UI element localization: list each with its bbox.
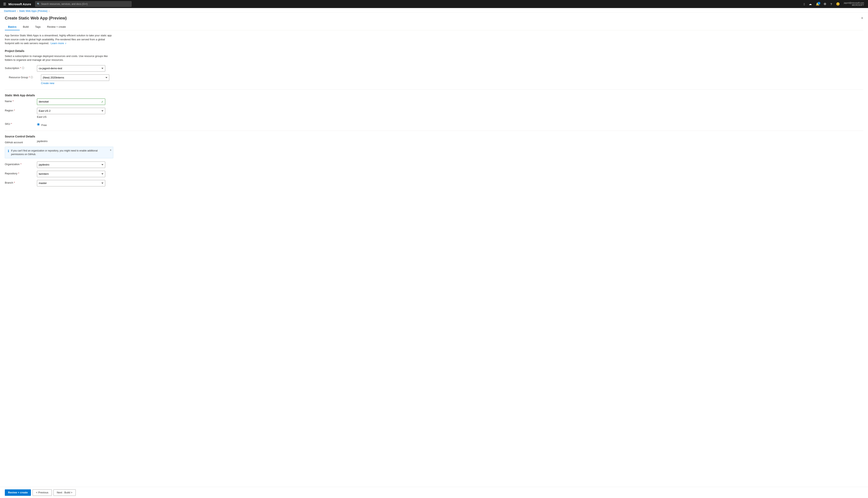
info-banner-close-button[interactable]: ×	[110, 148, 112, 152]
description: App Service Static Web Apps is a streaml…	[5, 34, 113, 45]
github-account-control: jaydestro	[37, 140, 117, 143]
region-label: Region *	[5, 108, 37, 112]
brand-name: Microsoft Azure	[9, 2, 31, 6]
info-banner-text: If you can't find an organization or rep…	[11, 149, 110, 156]
resource-group-select[interactable]: (New) 2020interns	[41, 75, 109, 81]
repo-required: *	[18, 172, 19, 175]
organization-label: Organization *	[5, 161, 37, 166]
tab-basics[interactable]: Basics	[5, 24, 20, 30]
breadcrumb-sep-1: ›	[17, 10, 18, 12]
page-title: Create Static Web App (Preview)	[5, 16, 67, 21]
breadcrumb-static-web-apps[interactable]: Static Web Apps (Preview)	[19, 10, 48, 12]
sku-required: *	[11, 122, 12, 126]
topnav-icons:  ☁ 🔔 1 ⚙ ? 😊 jagord@microsoft.com MICRO…	[802, 1, 866, 6]
sku-free-label: Free	[41, 122, 47, 127]
repository-control: twrintern	[37, 171, 117, 177]
resource-group-label: Resource Group * ⓘ	[9, 75, 41, 79]
organization-select[interactable]: jaydestro	[37, 161, 105, 168]
name-input-wrap: ✓	[37, 99, 105, 105]
search-bar[interactable]: 🔍 Search resources, services, and docs (…	[35, 1, 131, 7]
sku-row: SKU * Free	[5, 121, 117, 127]
resource-group-row: Resource Group * ⓘ (New) 2020interns Cre…	[9, 75, 117, 85]
static-web-app-details-title: Static Web App details	[5, 94, 863, 97]
user-info[interactable]: jagord@microsoft.com MICROSOFT	[842, 2, 866, 6]
subscription-label: Subscription * ⓘ	[5, 65, 37, 70]
branch-label: Branch *	[5, 180, 37, 184]
source-control-title: Source Control Details	[5, 135, 863, 138]
bottom-bar: Review + create < Previous Next : Build …	[0, 487, 868, 498]
repository-select[interactable]: twrintern	[37, 171, 105, 177]
cloud-upload-icon[interactable]: ☁	[807, 1, 813, 6]
repository-label: Repository *	[5, 171, 37, 175]
breadcrumb-dashboard[interactable]: Dashboard	[4, 10, 16, 12]
branch-required: *	[14, 181, 15, 184]
rg-control: (New) 2020interns Create new	[41, 75, 117, 85]
region-required: *	[14, 109, 15, 112]
info-banner: ℹ If you can't find an organization or r…	[5, 147, 113, 158]
page-title-row: Create Static Web App (Preview) ×	[5, 16, 863, 21]
subscription-required: *	[20, 67, 21, 70]
github-account-value: jaydestro	[37, 139, 48, 143]
tab-tags[interactable]: Tags	[32, 24, 44, 30]
external-link-icon: ↗	[65, 42, 66, 44]
terminal-icon[interactable]: 	[802, 2, 806, 6]
name-required: *	[13, 100, 14, 103]
sku-radio-row: Free	[37, 121, 117, 127]
name-control: ✓	[37, 99, 117, 105]
branch-row: Branch * master develop	[5, 180, 117, 186]
account-icon[interactable]: 😊	[834, 1, 842, 6]
user-email: jagord@microsoft.com	[844, 2, 864, 4]
search-placeholder: Search resources, services, and docs (G+…	[41, 3, 88, 5]
github-account-label: GitHub account	[5, 140, 37, 144]
settings-icon[interactable]: ⚙	[822, 1, 828, 6]
region-row: Region * East US 2 East US West US 2 Cen…	[5, 108, 117, 118]
region-note: East US	[37, 115, 117, 118]
search-icon: 🔍	[37, 3, 40, 5]
close-button[interactable]: ×	[861, 16, 863, 20]
sku-label: SKU *	[5, 121, 37, 126]
subscription-select[interactable]: ca-jagord-demo-test	[37, 65, 105, 71]
org-required: *	[21, 163, 22, 166]
tab-review-create[interactable]: Review + create	[44, 24, 69, 30]
name-row: Name * ✓	[5, 99, 117, 105]
project-details-title: Project Details	[5, 49, 863, 53]
breadcrumb-sep-2: ›	[49, 10, 50, 12]
organization-row: Organization * jaydestro	[5, 161, 117, 168]
topnav: ☰ Microsoft Azure 🔍 Search resources, se…	[0, 0, 868, 8]
notification-badge: 1	[818, 2, 820, 4]
user-org: MICROSOFT	[844, 4, 864, 6]
region-control: East US 2 East US West US 2 Central US W…	[37, 108, 117, 118]
subscription-control: ca-jagord-demo-test	[37, 65, 117, 71]
rg-info-icon[interactable]: ⓘ	[30, 76, 33, 79]
notification-icon[interactable]: 🔔 1	[814, 1, 821, 6]
branch-select[interactable]: master develop	[37, 180, 105, 186]
resource-group-section: Resource Group * ⓘ (New) 2020interns Cre…	[5, 75, 117, 86]
region-select[interactable]: East US 2 East US West US 2 Central US W…	[37, 108, 105, 114]
next-build-button[interactable]: Next : Build >	[53, 489, 76, 496]
previous-button[interactable]: < Previous	[33, 489, 52, 496]
sku-control: Free	[37, 121, 117, 127]
breadcrumb: Dashboard › Static Web Apps (Preview) ›	[0, 8, 868, 13]
review-create-button[interactable]: Review + create	[5, 489, 31, 496]
subscription-row: Subscription * ⓘ ca-jagord-demo-test	[5, 65, 117, 71]
branch-control: master develop	[37, 180, 117, 186]
name-valid-icon: ✓	[101, 100, 104, 103]
repository-row: Repository * twrintern	[5, 171, 117, 177]
subscription-info-icon[interactable]: ⓘ	[22, 66, 24, 70]
organization-control: jaydestro	[37, 161, 117, 168]
rg-required: *	[29, 76, 30, 79]
github-account-row: GitHub account jaydestro	[5, 140, 117, 144]
create-new-rg-link[interactable]: Create new	[41, 82, 54, 85]
name-input[interactable]	[37, 99, 105, 105]
help-icon[interactable]: ?	[829, 2, 833, 6]
tabs: Basics Build Tags Review + create	[5, 24, 863, 30]
learn-more-link[interactable]: Learn more	[51, 42, 64, 45]
sku-free-radio[interactable]	[37, 123, 40, 126]
info-banner-icon: ℹ	[8, 149, 9, 153]
hamburger-icon[interactable]: ☰	[2, 1, 7, 7]
project-details-desc: Select a subscription to manage deployed…	[5, 54, 113, 62]
name-label: Name *	[5, 99, 37, 103]
tab-build[interactable]: Build	[20, 24, 32, 30]
page-container: Create Static Web App (Preview) × Basics…	[0, 13, 868, 498]
